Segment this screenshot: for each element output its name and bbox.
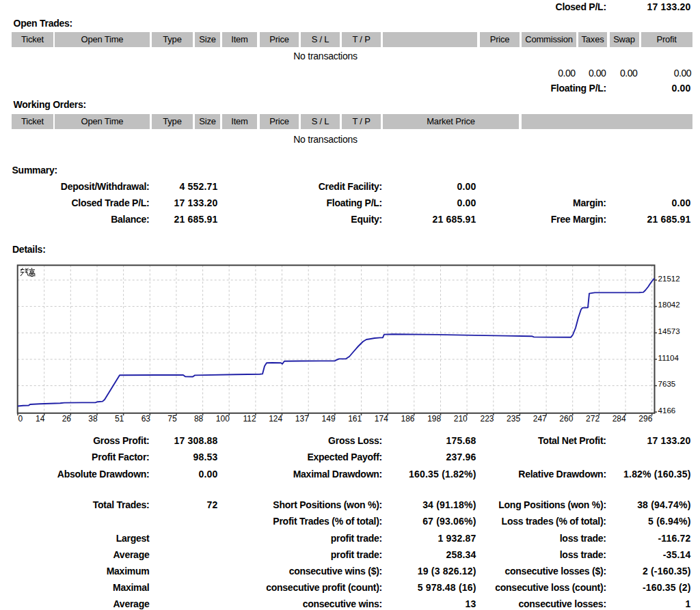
svg-text:14: 14 [36,414,45,424]
svg-text:38: 38 [88,414,98,424]
svg-text:112: 112 [243,414,256,424]
svg-text:198: 198 [427,414,441,424]
svg-text:260: 260 [559,414,573,424]
svg-text:75: 75 [167,414,177,424]
svg-text:88: 88 [194,414,204,424]
svg-text:51: 51 [115,414,124,424]
svg-text:223: 223 [480,414,494,424]
svg-text:137: 137 [295,414,309,424]
svg-text:18042: 18042 [658,301,680,309]
svg-text:272: 272 [586,414,600,424]
svg-text:26: 26 [62,414,72,424]
svg-text:284: 284 [612,414,626,424]
svg-text:4166: 4166 [658,406,676,415]
svg-text:11104: 11104 [658,354,679,362]
svg-text:174: 174 [375,414,388,424]
svg-text:161: 161 [348,414,362,424]
svg-text:100: 100 [216,414,230,424]
svg-text:21512: 21512 [658,275,680,283]
svg-text:149: 149 [322,414,336,424]
svg-text:14573: 14573 [658,327,680,335]
svg-text:210: 210 [454,414,468,424]
svg-text:186: 186 [401,414,414,424]
svg-text:296: 296 [638,414,652,424]
svg-text:124: 124 [269,414,282,424]
svg-text:0: 0 [18,414,23,424]
svg-text:7635: 7635 [658,380,676,388]
svg-text:63: 63 [142,414,151,424]
svg-text:247: 247 [533,414,547,424]
svg-text:235: 235 [507,414,520,424]
